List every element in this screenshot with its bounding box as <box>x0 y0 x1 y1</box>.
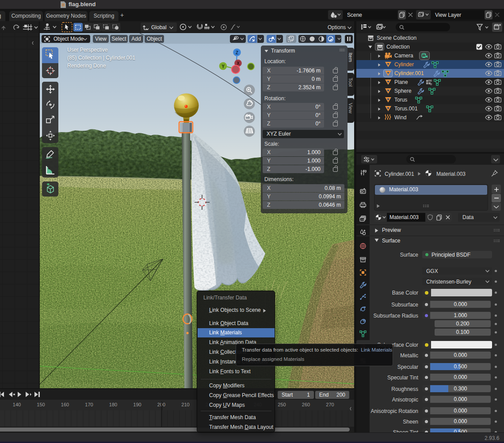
svg-text:Z: Z <box>236 50 238 55</box>
svg-text:Y: Y <box>221 64 225 69</box>
